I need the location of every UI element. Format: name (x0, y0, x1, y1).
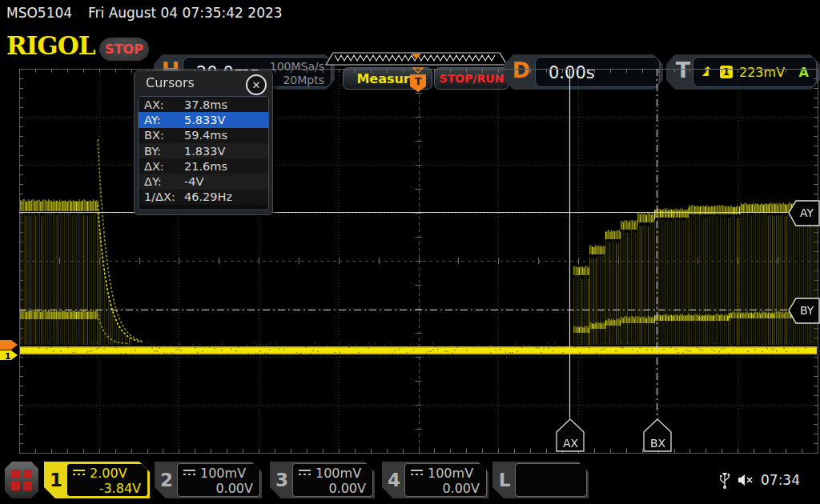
cursor-row-by[interactable]: BY:1.833V (139, 143, 268, 158)
dc-coupling-icon (411, 470, 423, 477)
logic-analyzer-badge[interactable]: L 0 1 2 3 4 5 6 7 8 9 1011 12131415 (492, 462, 589, 498)
channel4-badge[interactable]: 4 100mV 0.00V (382, 462, 488, 498)
cursor-by-label: BY (800, 304, 814, 317)
dc-coupling-icon (299, 470, 311, 477)
channel2-badge[interactable]: 2 100mV 0.00V (155, 462, 262, 498)
cursor-ay-label: AY (800, 206, 814, 219)
channel2-number: 2 (155, 462, 179, 498)
cursor-row-ay[interactable]: AY:5.833V (139, 112, 268, 127)
logic-digits-row1: 0 1 2 3 4 5 6 7 (521, 495, 580, 504)
cursor-row-dy[interactable]: ΔY:-4V (139, 174, 268, 189)
left-edge-markers[interactable]: 1 (0, 339, 19, 362)
cursor-ax-flag[interactable]: AX (556, 418, 585, 452)
cursor-row-bx[interactable]: BX:59.4ms (139, 128, 268, 143)
bottombar: 1 2.00V -3.84V 2 100mV 0.00V 3 100mV 0.0… (0, 460, 820, 504)
dc-coupling-icon (183, 470, 195, 477)
cursors-panel-title: Cursors (146, 75, 195, 90)
cursor-bx-flag[interactable]: BX (643, 418, 672, 452)
channel4-scale: 100mV (428, 466, 473, 481)
cursors-panel[interactable]: Cursors ✕ AX:37.8ms AY:5.833V BX:59.4ms … (134, 70, 273, 215)
close-icon[interactable]: ✕ (246, 74, 267, 95)
channel3-number: 3 (270, 462, 294, 498)
channel2-offset: 0.00V (183, 481, 253, 496)
cursor-ay-flag[interactable]: AY (788, 200, 820, 226)
status-area: 07:34 (719, 470, 800, 490)
channel3-scale: 100mV (316, 466, 361, 481)
logic-label: L (492, 462, 517, 498)
cursors-list: AX:37.8ms AY:5.833V BX:59.4ms BY:1.833V … (138, 96, 269, 210)
cursor-ax-label: AX (563, 437, 579, 450)
menu-grid-icon[interactable] (5, 462, 38, 498)
trigger-level-arrow-icon (0, 340, 18, 350)
cursor-by-flag[interactable]: BY (788, 298, 820, 324)
usb-icon (719, 470, 730, 490)
cursor-bx-label: BX (650, 437, 666, 450)
channel1-offset: -3.84V (73, 481, 141, 496)
channel4-number: 4 (382, 462, 406, 498)
channel1-number: 1 (44, 462, 68, 498)
cursor-row-dx[interactable]: ΔX:21.6ms (139, 158, 268, 174)
speaker-muted-icon (738, 473, 754, 487)
cursor-row-ax[interactable]: AX:37.8ms (139, 97, 268, 112)
clock: 07:34 (761, 472, 800, 488)
channel2-scale: 100mV (200, 466, 246, 481)
dc-coupling-icon (73, 470, 85, 477)
channel1-badge[interactable]: 1 2.00V -3.84V (44, 462, 150, 498)
channel1-scale: 2.00V (90, 466, 127, 481)
channel3-badge[interactable]: 3 100mV 0.00V (270, 462, 375, 498)
trigger-hollow-triangle-icon (413, 68, 423, 73)
channel4-offset: 0.00V (411, 481, 480, 496)
channel3-offset: 0.00V (299, 481, 366, 496)
cursor-row-inv-dx[interactable]: 1/ΔX:46.29Hz (139, 190, 268, 205)
trigger-marker-letter: T (415, 75, 422, 87)
channel1-marker-number: 1 (5, 351, 11, 362)
trigger-position-marker[interactable]: T (408, 67, 428, 94)
